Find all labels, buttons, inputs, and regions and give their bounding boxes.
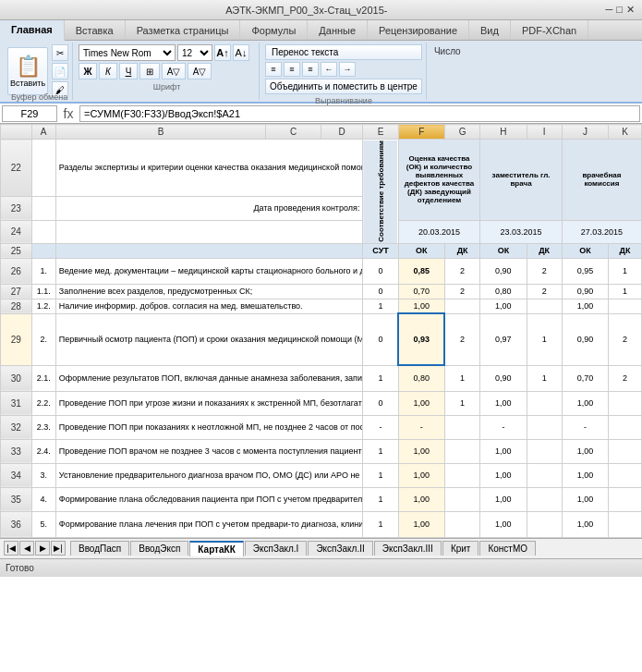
- window-controls[interactable]: ─ □ ✕: [606, 4, 635, 16]
- cell-j26[interactable]: 0,95: [562, 258, 608, 284]
- border-button[interactable]: ⊞: [139, 63, 160, 79]
- cell-k29[interactable]: 2: [609, 313, 642, 365]
- col-header-h[interactable]: H: [480, 125, 527, 140]
- cell-g28[interactable]: [444, 299, 479, 313]
- cell-b35[interactable]: Формирование плана обследования пациента…: [55, 487, 363, 511]
- cell-b32[interactable]: Проведение ПОП при показаниях к неотложн…: [55, 415, 363, 439]
- tab-eksp-zakl-2[interactable]: ЭкспЗакл.II: [308, 541, 372, 556]
- cell-b34[interactable]: Установление предварительного диагноза в…: [55, 463, 363, 487]
- col-header-a[interactable]: A: [31, 125, 55, 140]
- cell-j27[interactable]: 0,90: [562, 284, 608, 299]
- cell-g35[interactable]: [444, 487, 479, 511]
- increase-font-button[interactable]: A↑: [214, 44, 231, 61]
- cell-e31[interactable]: 0: [363, 391, 398, 415]
- cell-h28[interactable]: 1,00: [480, 299, 527, 313]
- cell-a22[interactable]: [31, 140, 55, 197]
- cell-a26[interactable]: 1.: [31, 258, 55, 284]
- cell-j32[interactable]: -: [562, 415, 608, 439]
- indent-decrease-button[interactable]: ←: [321, 62, 337, 77]
- cell-k34[interactable]: [609, 463, 642, 487]
- col-header-e[interactable]: E: [363, 125, 398, 140]
- cell-k26[interactable]: 1: [609, 258, 642, 284]
- font-name-select[interactable]: Times New Rom: [79, 44, 176, 61]
- align-center-button[interactable]: ≡: [284, 62, 300, 77]
- cell-e22[interactable]: Соответствие требованиям: [363, 140, 398, 244]
- fill-color-button[interactable]: A▽: [162, 63, 186, 79]
- font-color-button[interactable]: A▽: [188, 63, 212, 79]
- cell-e25[interactable]: СУТ: [363, 243, 398, 258]
- cell-h25[interactable]: ОК: [480, 243, 527, 258]
- cell-f35[interactable]: 1,00: [398, 487, 444, 511]
- cell-g36[interactable]: [444, 511, 479, 537]
- cell-i31[interactable]: [527, 391, 562, 415]
- tab-eksp-zakl-1[interactable]: ЭкспЗакл.I: [245, 541, 308, 556]
- cell-b23[interactable]: Дата проведения контроля:: [55, 196, 363, 220]
- cell-a35[interactable]: 4.: [31, 487, 55, 511]
- cell-k28[interactable]: [609, 299, 642, 313]
- cell-e35[interactable]: 1: [363, 487, 398, 511]
- cell-e30[interactable]: 1: [363, 365, 398, 391]
- cell-f26[interactable]: 0,85: [398, 258, 444, 284]
- cell-h26[interactable]: 0,90: [480, 258, 527, 284]
- cell-f36[interactable]: 1,00: [398, 511, 444, 537]
- nav-last-button[interactable]: ▶|: [51, 541, 66, 556]
- cell-g29[interactable]: 2: [444, 313, 479, 365]
- tab-krit[interactable]: Крит: [442, 541, 479, 556]
- cell-f24[interactable]: 20.03.2015: [398, 220, 480, 243]
- cell-j31[interactable]: 1,00: [562, 391, 608, 415]
- cell-g25[interactable]: ДК: [444, 243, 479, 258]
- tab-layout[interactable]: Разметка страницы: [126, 20, 241, 40]
- underline-button[interactable]: Ч: [119, 63, 138, 79]
- cell-j33[interactable]: 1,00: [562, 439, 608, 463]
- cell-i36[interactable]: [527, 511, 562, 537]
- nav-next-button[interactable]: ▶: [35, 541, 50, 556]
- indent-increase-button[interactable]: →: [339, 62, 356, 77]
- cell-h32[interactable]: -: [480, 415, 527, 439]
- cell-i28[interactable]: [527, 299, 562, 313]
- italic-button[interactable]: К: [99, 63, 117, 79]
- cell-e27[interactable]: 0: [363, 284, 398, 299]
- cell-a28[interactable]: 1.2.: [31, 299, 55, 313]
- cell-f34[interactable]: 1,00: [398, 463, 444, 487]
- cell-g30[interactable]: 1: [444, 365, 479, 391]
- decrease-font-button[interactable]: A↓: [233, 44, 249, 61]
- cell-i29[interactable]: 1: [527, 313, 562, 365]
- wrap-text-button[interactable]: Перенос текста: [265, 44, 422, 60]
- col-header-i[interactable]: I: [527, 125, 562, 140]
- cell-a32[interactable]: 2.3.: [31, 415, 55, 439]
- cell-e36[interactable]: 1: [363, 511, 398, 537]
- cell-h27[interactable]: 0,80: [480, 284, 527, 299]
- cell-i34[interactable]: [527, 463, 562, 487]
- cell-e28[interactable]: 1: [363, 299, 398, 313]
- col-header-f[interactable]: F: [398, 125, 444, 140]
- cell-j28[interactable]: 1,00: [562, 299, 608, 313]
- cell-i25[interactable]: ДК: [527, 243, 562, 258]
- cell-k27[interactable]: 1: [609, 284, 642, 299]
- cell-e29[interactable]: 0: [363, 313, 398, 365]
- cell-k33[interactable]: [609, 439, 642, 463]
- cell-b30[interactable]: Оформление результатов ПОП, включая данн…: [55, 365, 363, 391]
- cell-b29[interactable]: Первичный осмотр пациента (ПОП) и сроки …: [55, 313, 363, 365]
- cell-g33[interactable]: [444, 439, 479, 463]
- cell-e26[interactable]: 0: [363, 258, 398, 284]
- cell-k30[interactable]: 2: [609, 365, 642, 391]
- col-header-g[interactable]: G: [444, 125, 479, 140]
- tab-eksp-zakl-3[interactable]: ЭкспЗакл.III: [374, 541, 442, 556]
- cell-k31[interactable]: [609, 391, 642, 415]
- cell-j30[interactable]: 0,70: [562, 365, 608, 391]
- cell-a23[interactable]: [31, 196, 55, 220]
- tab-vvod-eksp[interactable]: ВводЭксп: [130, 541, 188, 556]
- cell-b33[interactable]: Проведение ПОП врачом не позднее 3 часов…: [55, 439, 363, 463]
- cell-h36[interactable]: 1,00: [480, 511, 527, 537]
- nav-prev-button[interactable]: ◀: [19, 541, 34, 556]
- col-header-c[interactable]: C: [266, 125, 321, 140]
- cell-j34[interactable]: 1,00: [562, 463, 608, 487]
- cell-h35[interactable]: 1,00: [480, 487, 527, 511]
- col-header-j[interactable]: J: [562, 125, 608, 140]
- cell-k36[interactable]: [609, 511, 642, 537]
- cell-a36[interactable]: 5.: [31, 511, 55, 537]
- cell-h31[interactable]: 1,00: [480, 391, 527, 415]
- cell-f32[interactable]: -: [398, 415, 444, 439]
- cell-j29[interactable]: 0,90: [562, 313, 608, 365]
- cell-b31[interactable]: Проведение ПОП при угрозе жизни и показа…: [55, 391, 363, 415]
